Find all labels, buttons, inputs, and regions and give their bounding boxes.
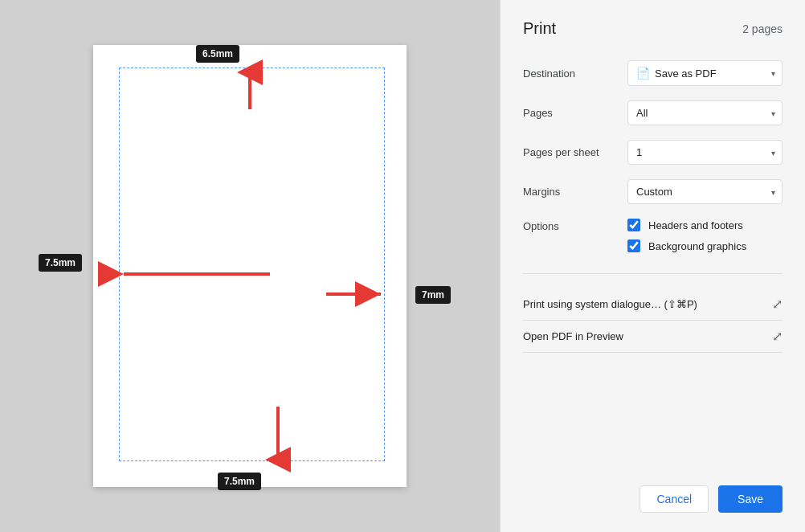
panel-title: Print — [523, 19, 556, 38]
headers-footers-label: Headers and footers — [648, 219, 743, 231]
system-dialogue-label: Print using system dialogue… (⇧⌘P) — [523, 298, 697, 310]
pages-per-sheet-chevron-icon: ▾ — [771, 148, 775, 157]
pages-row: Pages All ▾ — [523, 100, 783, 125]
file-icon: 📄 — [636, 67, 650, 80]
page-white — [93, 45, 407, 487]
pages-control: All ▾ — [627, 100, 783, 125]
headers-footers-row: Headers and footers — [627, 219, 783, 231]
destination-label: Destination — [523, 68, 627, 80]
pages-chevron-icon: ▾ — [771, 108, 775, 117]
pages-per-sheet-label: Pages per sheet — [523, 146, 627, 158]
open-pdf-external-icon: ⤢ — [772, 329, 783, 344]
background-graphics-label: Background graphics — [648, 240, 746, 252]
open-pdf-row[interactable]: Open PDF in Preview ⤢ — [523, 321, 783, 353]
pages-per-sheet-value: 1 — [636, 146, 642, 158]
right-margin-label: 7mm — [415, 286, 451, 304]
margins-value: Custom — [636, 186, 672, 198]
margins-label: Margins — [523, 186, 627, 198]
cancel-button[interactable]: Cancel — [640, 485, 709, 513]
options-row: Options Headers and footers Background g… — [523, 219, 783, 252]
left-margin-label: 7.5mm — [39, 254, 82, 272]
destination-chevron-icon: ▾ — [771, 69, 775, 78]
pages-select[interactable]: All ▾ — [627, 100, 783, 125]
preview-area: 6.5mm 7.5mm 7.5mm 7mm — [0, 0, 500, 532]
panel-footer: Cancel Save — [523, 473, 783, 513]
panel-header: Print 2 pages — [523, 19, 783, 38]
destination-row: Destination 📄 Save as PDF ▾ — [523, 60, 783, 86]
destination-value: Save as PDF — [655, 68, 717, 80]
open-pdf-label: Open PDF in Preview — [523, 330, 623, 342]
page-container: 6.5mm 7.5mm 7.5mm 7mm — [93, 45, 407, 487]
options-label: Options — [523, 219, 627, 232]
background-graphics-checkbox[interactable] — [627, 239, 640, 252]
panel-page-count: 2 pages — [742, 23, 783, 35]
options-items: Headers and footers Background graphics — [627, 219, 783, 252]
pages-per-sheet-select[interactable]: 1 ▾ — [627, 140, 783, 165]
margins-chevron-icon: ▾ — [771, 187, 775, 196]
margins-control: Custom ▾ — [627, 179, 783, 204]
divider — [523, 273, 783, 274]
pages-per-sheet-control: 1 ▾ — [627, 140, 783, 165]
save-button[interactable]: Save — [718, 485, 783, 513]
headers-footers-checkbox[interactable] — [627, 219, 640, 231]
margins-row: Margins Custom ▾ — [523, 179, 783, 204]
margins-select[interactable]: Custom ▾ — [627, 179, 783, 204]
destination-select[interactable]: 📄 Save as PDF ▾ — [627, 60, 783, 86]
pages-value: All — [636, 107, 648, 119]
pages-per-sheet-row: Pages per sheet 1 ▾ — [523, 140, 783, 165]
destination-control: 📄 Save as PDF ▾ — [627, 60, 783, 86]
system-dialogue-row[interactable]: Print using system dialogue… (⇧⌘P) ⤢ — [523, 289, 783, 321]
pages-label: Pages — [523, 107, 627, 119]
background-graphics-row: Background graphics — [627, 239, 783, 252]
print-panel: Print 2 pages Destination 📄 Save as PDF … — [500, 0, 805, 532]
external-link-icon: ⤢ — [772, 297, 783, 312]
